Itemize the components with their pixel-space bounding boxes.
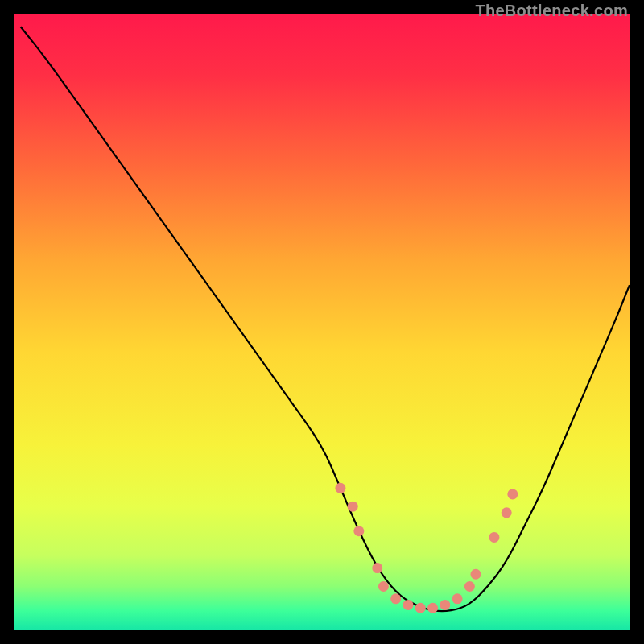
curve-marker bbox=[440, 600, 450, 610]
curve-marker bbox=[507, 489, 518, 499]
curve-marker bbox=[452, 593, 463, 604]
curve-marker bbox=[348, 502, 358, 512]
curve-marker bbox=[335, 483, 345, 493]
curve-marker bbox=[464, 581, 475, 592]
chart-frame bbox=[14, 14, 630, 630]
curve-marker bbox=[471, 569, 481, 580]
curve-marker bbox=[427, 603, 438, 613]
curve-marker bbox=[402, 600, 413, 610]
curve-marker bbox=[502, 507, 512, 518]
chart-gradient-background bbox=[14, 14, 630, 630]
chart-svg bbox=[14, 14, 630, 630]
curve-marker bbox=[390, 593, 401, 604]
curve-marker bbox=[372, 563, 382, 573]
curve-marker bbox=[353, 526, 364, 536]
curve-marker bbox=[489, 532, 499, 543]
curve-marker bbox=[415, 603, 426, 613]
curve-marker bbox=[378, 581, 389, 592]
watermark-text: TheBottleneck.com bbox=[475, 2, 628, 20]
